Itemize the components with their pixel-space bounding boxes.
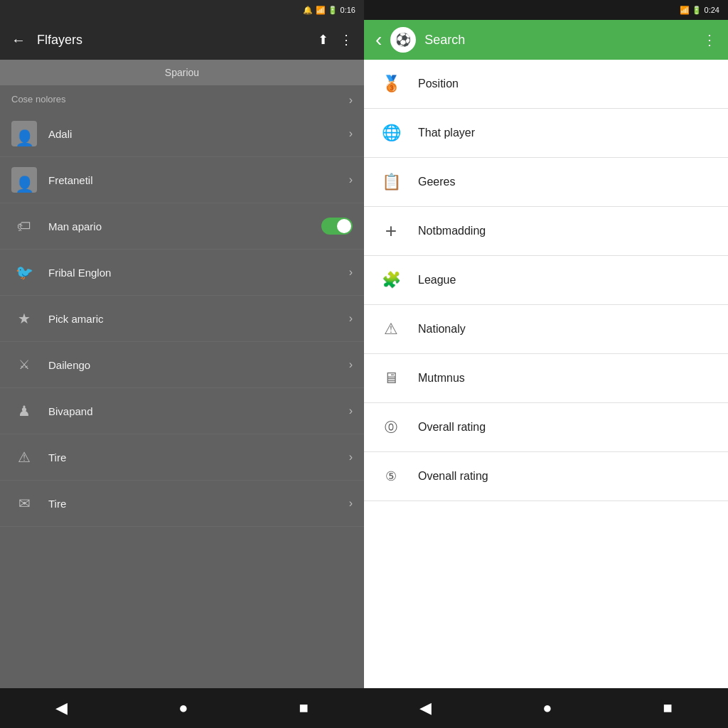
right-toolbar: ‹ ⚽ Search ⋮ — [364, 20, 728, 60]
menu-item-fribal-englon[interactable]: 🐦 Fribal Englon › — [0, 250, 364, 296]
avatar-fretanetil — [11, 167, 37, 193]
search-items-list: 🥉 Position 🌐 That player 📋 Geeres + Notb… — [364, 60, 728, 688]
search-item-league[interactable]: 🧩 League — [364, 256, 728, 305]
logo-icon: ⚽ — [395, 32, 411, 48]
league-icon: 🧩 — [378, 267, 404, 293]
item-label-bivapand: Bivapand — [48, 405, 349, 417]
status-bar-left: 🔔 📶 🔋 0:16 — [0, 0, 364, 20]
nav-home-left[interactable]: ● — [164, 693, 202, 723]
search-label-league: League — [418, 274, 456, 287]
search-label-overall-rating-1: Overall rating — [418, 421, 486, 434]
star-icon: ★ — [11, 306, 37, 331]
overall-rating-icon-1: ⓪ — [378, 414, 404, 440]
menu-item-tire-2[interactable]: ✉ Tire › — [0, 481, 364, 527]
menu-item-bivapand[interactable]: ♟ Bivapand › — [0, 388, 364, 434]
item-label-fribal-englon: Fribal Englon — [48, 267, 349, 279]
right-panel: ‹ ⚽ Search ⋮ 🥉 Position 🌐 That player 📋 … — [364, 20, 728, 688]
status-time-right: 0:24 — [705, 6, 719, 14]
chevron-tire-2: › — [349, 497, 353, 510]
mail-icon: ✉ — [11, 491, 37, 516]
back-button-left[interactable]: ← — [11, 32, 26, 48]
status-icons-left: 🔔 📶 🔋 — [303, 6, 337, 15]
search-label-geeres: Geeres — [418, 176, 455, 188]
item-label-pick-amaric: Pick amaric — [48, 313, 349, 325]
twitter-icon: 🐦 — [11, 259, 37, 285]
chevron-tire-1: › — [349, 451, 353, 464]
left-panel-title: Flfayers — [37, 33, 318, 48]
nav-back-left[interactable]: ◀ — [41, 693, 82, 723]
section-title: Spariou — [165, 67, 199, 78]
search-label-mutmnus: Mutmnus — [418, 372, 465, 385]
chevron-bivapand: › — [349, 405, 353, 417]
back-button-right[interactable]: ‹ — [375, 28, 382, 51]
status-icons-right: 📶 🔋 — [680, 6, 702, 15]
more-button-left[interactable]: ⋮ — [340, 32, 353, 48]
position-icon: 🥉 — [378, 71, 404, 97]
chevron-fretanetil: › — [349, 173, 353, 186]
geeres-icon: 📋 — [378, 169, 404, 195]
chess-icon: ♟ — [11, 398, 37, 424]
left-panel: ← Flfayers ⬆ ⋮ Spariou Cose nolores › Ad… — [0, 20, 364, 688]
search-label-notbmadding: Notbmadding — [418, 225, 486, 237]
nav-square-right[interactable]: ■ — [649, 693, 687, 723]
search-item-that-player[interactable]: 🌐 That player — [364, 109, 728, 158]
menu-item-tire-1[interactable]: ⚠ Tire › — [0, 434, 364, 481]
item-label-adali: Adali — [48, 128, 349, 140]
plus-icon: + — [378, 218, 404, 244]
left-toolbar: ← Flfayers ⬆ ⋮ — [0, 20, 364, 60]
nationaly-icon: ⚠ — [378, 316, 404, 342]
menu-item-dailengo[interactable]: ⚔ Dailengo › — [0, 342, 364, 388]
nav-back-right[interactable]: ◀ — [405, 693, 446, 723]
item-label-fretanetil: Fretanetil — [48, 174, 349, 186]
search-label-overall-rating-2: Ovenall rating — [418, 470, 488, 483]
search-item-notbmadding[interactable]: + Notbmadding — [364, 207, 728, 256]
chevron-fribal-englon: › — [349, 266, 353, 279]
toggle-man-apario[interactable] — [321, 218, 353, 235]
search-label-nationaly: Nationaly — [418, 323, 466, 336]
search-item-position[interactable]: 🥉 Position — [364, 60, 728, 109]
item-label-tire-2: Tire — [48, 498, 349, 510]
mutmnus-icon: 🖥 — [378, 365, 404, 391]
menu-section-label: Cose nolores › — [0, 85, 364, 111]
bookmark-icon: 🏷 — [11, 213, 37, 239]
search-item-overall-rating-1[interactable]: ⓪ Overall rating — [364, 403, 728, 452]
chevron-dailengo: › — [349, 358, 353, 371]
item-label-tire-1: Tire — [48, 451, 349, 464]
bottom-nav-left: ◀ ● ■ — [0, 688, 364, 728]
more-button-right[interactable]: ⋮ — [702, 31, 717, 48]
app-logo: ⚽ — [390, 27, 416, 53]
overall-rating-icon-2: ⑤ — [378, 464, 404, 489]
menu-item-pick-amaric[interactable]: ★ Pick amaric › — [0, 296, 364, 342]
bottom-nav-right: ◀ ● ■ — [364, 688, 728, 728]
search-item-geeres[interactable]: 📋 Geeres — [364, 158, 728, 207]
section-header: Spariou — [0, 60, 364, 85]
right-panel-title: Search — [424, 33, 702, 48]
menu-item-fretanetil[interactable]: Fretanetil › — [0, 157, 364, 203]
avatar-adali — [11, 121, 37, 146]
status-time-left: 0:16 — [341, 6, 355, 14]
chevron-adali: › — [349, 127, 353, 140]
search-item-mutmnus[interactable]: 🖥 Mutmnus — [364, 354, 728, 403]
search-item-overall-rating-2[interactable]: ⑤ Ovenall rating — [364, 452, 728, 501]
menu-item-man-apario[interactable]: 🏷 Man apario — [0, 203, 364, 250]
item-label-man-apario: Man apario — [48, 220, 321, 232]
search-label-position: Position — [418, 77, 459, 90]
status-bar-right: 📶 🔋 0:24 — [364, 0, 728, 20]
section-chevron: › — [349, 94, 353, 107]
nav-home-right[interactable]: ● — [528, 693, 566, 723]
nav-square-left[interactable]: ■ — [285, 693, 323, 723]
search-label-that-player: That player — [418, 127, 475, 139]
search-item-nationaly[interactable]: ⚠ Nationaly — [364, 305, 728, 354]
menu-item-adali[interactable]: Adali › — [0, 111, 364, 157]
alert-icon: ⚠ — [11, 444, 37, 470]
share-button[interactable]: ⬆ — [318, 32, 328, 48]
that-player-icon: 🌐 — [378, 120, 404, 146]
item-label-dailengo: Dailengo — [48, 359, 349, 371]
sword-icon: ⚔ — [11, 352, 37, 378]
chevron-pick-amaric: › — [349, 312, 353, 325]
